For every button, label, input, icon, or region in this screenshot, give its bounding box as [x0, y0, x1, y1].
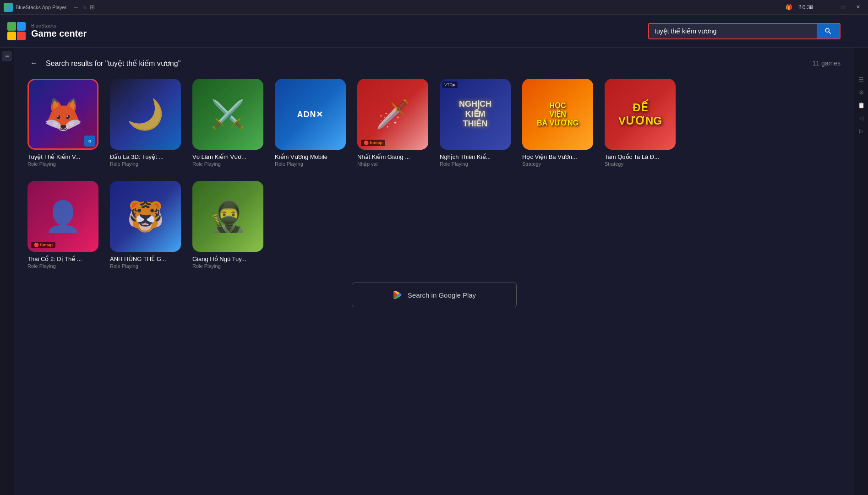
- minimize-button[interactable]: —: [822, 3, 835, 12]
- game-thumb-10: 🐯: [110, 181, 181, 252]
- app-title-section: BlueStacks Game center: [31, 23, 87, 39]
- clock: 10:38: [799, 4, 813, 11]
- logo-tile-red: [17, 32, 26, 40]
- game-item-9[interactable]: 👤 🔴 funtap Thái Cổ 2: Dị Thế ... Role Pl…: [27, 181, 101, 269]
- results-header: ← Search results for "tuyệt thế kiếm vươ…: [27, 57, 841, 70]
- search-bar-container: [648, 23, 841, 39]
- game-thumb-2: 🌙: [110, 79, 181, 150]
- results-title-prefix: Search results for: [46, 60, 105, 67]
- game-figure-3: ⚔️: [192, 79, 263, 150]
- title-bar-nav[interactable]: ← ⌂ ⊞: [73, 4, 95, 11]
- game-item-3[interactable]: ⚔️ Võ Lâm Kiếm Vươ... Role Playing: [192, 79, 266, 167]
- game-name-11: Giang Hồ Ngũ Tuy...: [192, 256, 246, 262]
- game-item-5[interactable]: 🗡️ 🔴 funtap Nhất Kiếm Giang ... Nhập vai: [357, 79, 431, 167]
- right-icon-4[interactable]: ◁: [857, 114, 866, 123]
- game-name-6: Nghịch Thiên Kiế...: [440, 153, 491, 160]
- right-sidebar: ☰ ⚙ 📋 ◁ ▷: [854, 48, 868, 495]
- results-title: Search results for "tuyệt thế kiếm vương…: [46, 59, 180, 68]
- funtap-badge-5: 🔴 funtap: [361, 140, 385, 146]
- game-figure-2: 🌙: [110, 79, 181, 150]
- nav-grid-btn[interactable]: ⊞: [90, 4, 95, 11]
- game-thumb-3: ⚔️: [192, 79, 263, 150]
- game-genre-3: Role Playing: [192, 161, 221, 167]
- bluestacks-logo: [7, 22, 26, 40]
- main-content: ← Search results for "tuyệt thế kiếm vươ…: [14, 48, 854, 495]
- title-bar-left: BlueStacks App Player ← ⌂ ⊞: [4, 3, 785, 12]
- adnx-badge: ADN✕: [295, 109, 327, 120]
- results-count: 11 games: [813, 60, 841, 67]
- game-figure-10: 🐯: [110, 181, 181, 252]
- game-thumb-4: ADN✕: [275, 79, 346, 150]
- game-figure-9: 👤: [27, 181, 98, 252]
- search-input[interactable]: [649, 24, 817, 38]
- gift-icon[interactable]: 🎁: [785, 3, 793, 11]
- game-figure-5: 🗡️: [357, 79, 428, 150]
- right-icon-3[interactable]: 📋: [857, 101, 866, 110]
- sidebar-icon-1[interactable]: ☰: [2, 51, 12, 61]
- game-thumb-8: ĐẾVƯƠNG: [605, 79, 676, 150]
- game-genre-6: Role Playing: [440, 161, 468, 167]
- game-item-7[interactable]: HỌCVIỆNBÁ VƯƠNG Học Viện Bá Vươn... Stra…: [522, 79, 595, 167]
- game-name-8: Tam Quốc Ta Là Đ...: [605, 153, 659, 160]
- game-name-3: Võ Lâm Kiếm Vươ...: [192, 153, 246, 160]
- google-play-search-button[interactable]: Search in Google Play: [352, 283, 517, 307]
- right-icon-2[interactable]: ⚙: [857, 88, 866, 97]
- game-thumb-7: HỌCVIỆNBÁ VƯƠNG: [522, 79, 593, 150]
- game-text-logo-8: ĐẾVƯƠNG: [618, 101, 662, 128]
- game-name-7: Học Viện Bá Vươn...: [522, 153, 577, 160]
- game-item-8[interactable]: ĐẾVƯƠNG Tam Quốc Ta Là Đ... Strategy: [605, 79, 678, 167]
- game-figure-4: ADN✕: [275, 79, 346, 150]
- close-button[interactable]: ✕: [852, 3, 864, 12]
- search-icon: [824, 27, 832, 35]
- game-name-10: ANH HÙNG THẾ G...: [110, 256, 166, 262]
- game-figure-8: ĐẾVƯƠNG: [605, 79, 676, 150]
- game-item-6[interactable]: NghịchKiếmThiên VTC▶ Nghịch Thiên Kiế...…: [440, 79, 513, 167]
- right-icon-5[interactable]: ▷: [857, 126, 866, 136]
- game-genre-8: Strategy: [605, 161, 623, 167]
- maximize-button[interactable]: □: [837, 3, 850, 12]
- nav-back-btn[interactable]: ←: [73, 4, 79, 11]
- game-text-logo-6: NghịchKiếmThiên: [459, 99, 491, 129]
- game-genre-2: Role Playing: [110, 161, 138, 167]
- game-genre-5: Nhập vai: [357, 161, 377, 167]
- app-bar: BlueStacks Game center: [0, 15, 868, 48]
- games-row-1: 🦊 G Tuyệt Thế Kiếm V... Role Playing 🌙: [27, 79, 841, 167]
- game-thumb-1: 🦊 G: [27, 79, 98, 150]
- game-item-10[interactable]: 🐯 ANH HÙNG THẾ G... Role Playing: [110, 181, 183, 269]
- content-area: ☰ ← Search results for "tuyệt thế kiếm v…: [0, 48, 868, 495]
- vtc-badge: VTC▶: [442, 82, 458, 88]
- game-figure-11: 🥷: [192, 181, 263, 252]
- funtap-badge-9: 🔴 funtap: [31, 242, 55, 248]
- game-name-2: Đấu La 3D: Tuyệt ...: [110, 153, 164, 160]
- right-icon-1[interactable]: ☰: [857, 75, 866, 84]
- game-genre-1: Role Playing: [27, 161, 56, 167]
- logo-tile-yellow: [7, 32, 16, 40]
- app-name-label: BlueStacks App Player: [16, 5, 66, 10]
- google-play-label: Search in Google Play: [408, 291, 476, 299]
- games-row-2: 👤 🔴 funtap Thái Cổ 2: Dị Thế ... Role Pl…: [27, 181, 841, 269]
- logo-tile-blue: [17, 22, 26, 31]
- window-controls[interactable]: — □ ✕: [822, 3, 864, 12]
- game-name-4: Kiếm Vương Mobile: [275, 153, 328, 160]
- left-sidebar: ☰: [0, 48, 14, 495]
- google-play-icon: [392, 289, 403, 300]
- game-item-11[interactable]: 🥷 Giang Hồ Ngũ Tuy... Role Playing: [192, 181, 266, 269]
- search-button[interactable]: [817, 24, 840, 38]
- brand-label: BlueStacks: [31, 23, 87, 28]
- game-genre-9: Role Playing: [27, 263, 56, 269]
- game-thumb-5: 🗡️ 🔴 funtap: [357, 79, 428, 150]
- back-button[interactable]: ←: [27, 57, 40, 70]
- game-item-1[interactable]: 🦊 G Tuyệt Thế Kiếm V... Role Playing: [27, 79, 101, 167]
- game-genre-4: Role Playing: [275, 161, 303, 167]
- logo-tile-green: [7, 22, 16, 31]
- nav-home-btn[interactable]: ⌂: [82, 4, 86, 11]
- game-figure-7: HỌCVIỆNBÁ VƯƠNG: [522, 79, 593, 150]
- game-thumb-6: NghịchKiếmThiên VTC▶: [440, 79, 511, 150]
- page-title: Game center: [31, 28, 87, 39]
- game-item-4[interactable]: ADN✕ Kiếm Vương Mobile Role Playing: [275, 79, 348, 167]
- game-text-logo-7: HỌCVIỆNBÁ VƯƠNG: [537, 101, 579, 128]
- bluestacks-mini-logo: [4, 3, 13, 12]
- game-genre-11: Role Playing: [192, 263, 221, 269]
- game-thumb-9: 👤 🔴 funtap: [27, 181, 98, 252]
- game-item-2[interactable]: 🌙 Đấu La 3D: Tuyệt ... Role Playing: [110, 79, 183, 167]
